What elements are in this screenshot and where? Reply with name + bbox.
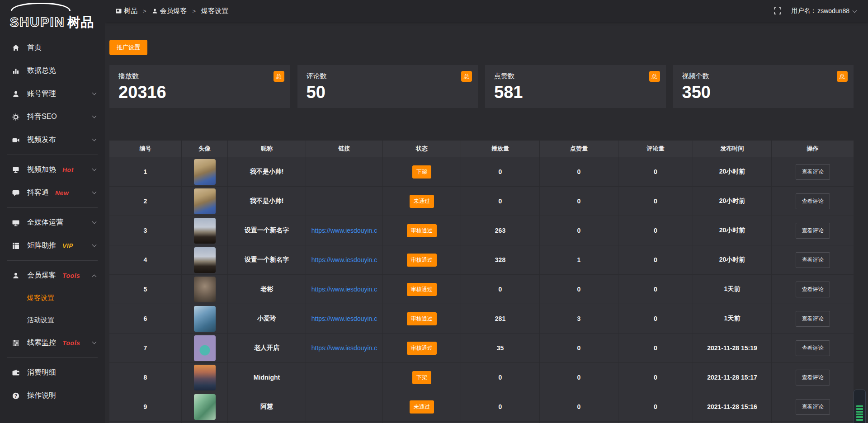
view-comments-button[interactable]: 查看评论 bbox=[796, 193, 830, 209]
avatar bbox=[194, 188, 216, 214]
avatar bbox=[194, 306, 216, 332]
indicator-bar bbox=[856, 411, 863, 413]
cell-id: 3 bbox=[109, 216, 182, 245]
cell-likes: 3 bbox=[540, 304, 618, 334]
sidebar-item-member-baoke[interactable]: 会员爆客 Tools bbox=[0, 264, 105, 287]
breadcrumb-separator: > bbox=[193, 8, 196, 14]
cell-id: 1 bbox=[109, 157, 182, 187]
table-row: 3 设置一个新名字 https://www.iesdouyin.c 审核通过 2… bbox=[109, 216, 854, 245]
brand-name-en: SHUPIN bbox=[10, 15, 65, 29]
sidebar-divider bbox=[7, 260, 98, 261]
col-publish-time: 发布时间 bbox=[693, 141, 772, 157]
sidebar-item-omnimedia-operation[interactable]: 全媒体运营 bbox=[0, 211, 105, 234]
sidebar-item-matrix-boost[interactable]: 矩阵助推 VIP bbox=[0, 234, 105, 257]
breadcrumb-item-current: 爆客设置 bbox=[201, 7, 228, 15]
col-likes: 点赞量 bbox=[540, 141, 618, 157]
view-comments-button[interactable]: 查看评论 bbox=[796, 223, 830, 239]
view-comments-button[interactable]: 查看评论 bbox=[796, 370, 830, 385]
fullscreen-icon[interactable] bbox=[774, 7, 781, 14]
view-comments-button[interactable]: 查看评论 bbox=[796, 340, 830, 356]
view-comments-button[interactable]: 查看评论 bbox=[796, 399, 830, 415]
sidebar-item-lead-monitoring[interactable]: 线索监控 Tools bbox=[0, 331, 105, 354]
cell-nickname: 我不是小帅! bbox=[228, 157, 306, 187]
gear-icon bbox=[12, 113, 20, 121]
view-comments-button[interactable]: 查看评论 bbox=[796, 282, 830, 297]
col-plays: 播放量 bbox=[461, 141, 540, 157]
video-link[interactable]: https://www.iesdouyin.c bbox=[311, 344, 377, 352]
cell-likes: 0 bbox=[540, 334, 618, 363]
breadcrumb-item-member-baoke[interactable]: 会员爆客 bbox=[152, 7, 187, 15]
stat-label: 播放数 bbox=[118, 72, 281, 80]
sidebar-item-consumption-details[interactable]: 消费明细 bbox=[0, 361, 105, 384]
cell-plays: 328 bbox=[461, 245, 540, 275]
cell-publish-time: 2021-11-28 15:19 bbox=[693, 334, 772, 363]
avatar bbox=[194, 247, 216, 273]
logo-arc-decoration bbox=[11, 3, 71, 11]
user-icon bbox=[12, 272, 20, 280]
chat-bubble-icon bbox=[12, 189, 20, 197]
promotion-settings-button[interactable]: 推广设置 bbox=[109, 40, 147, 55]
total-badge: 总 bbox=[461, 71, 472, 82]
video-link[interactable]: https://www.iesdouyin.c bbox=[311, 227, 377, 234]
stat-value: 581 bbox=[494, 84, 657, 101]
floating-indicator-widget[interactable] bbox=[854, 390, 866, 423]
status-badge: 未通过 bbox=[410, 195, 434, 208]
total-badge: 总 bbox=[274, 71, 284, 82]
bar-chart-icon bbox=[12, 67, 20, 75]
view-comments-button[interactable]: 查看评论 bbox=[796, 311, 830, 327]
video-link[interactable]: https://www.iesdouyin.c bbox=[311, 256, 377, 263]
main-content: 推广设置 播放数 20316 总 评论数 50 总 点赞数 581 总 视频个数… bbox=[105, 22, 868, 423]
breadcrumb-separator: > bbox=[143, 8, 146, 14]
sidebar-item-douyin-seo[interactable]: 抖音SEO bbox=[0, 105, 105, 128]
breadcrumb: 树品 > 会员爆客 > 爆客设置 bbox=[116, 7, 228, 15]
sidebar-subitem-label: 爆客设置 bbox=[27, 294, 54, 302]
sidebar-item-operation-guide[interactable]: ? 操作说明 bbox=[0, 384, 105, 407]
sidebar-subitem-baoke-settings[interactable]: 爆客设置 bbox=[0, 287, 105, 309]
user-menu[interactable]: 用户名：zswodun88 bbox=[791, 7, 856, 15]
hot-tag: Hot bbox=[62, 166, 74, 174]
cell-id: 6 bbox=[109, 304, 182, 334]
help-icon: ? bbox=[12, 392, 20, 400]
sidebar-item-douketong[interactable]: 抖客通 New bbox=[0, 181, 105, 204]
view-comments-button[interactable]: 查看评论 bbox=[796, 164, 830, 180]
cell-plays: 0 bbox=[461, 157, 540, 187]
cell-plays: 0 bbox=[461, 392, 540, 422]
sidebar-item-home[interactable]: 首页 bbox=[0, 36, 105, 59]
breadcrumb-item-root[interactable]: 树品 bbox=[116, 7, 137, 15]
sidebar-item-video-heat[interactable]: 视频加热 Hot bbox=[0, 158, 105, 181]
cell-comments: 0 bbox=[618, 216, 693, 245]
sidebar-item-data-overview[interactable]: 数据总览 bbox=[0, 59, 105, 82]
brand-logo: SHUPIN树品 bbox=[0, 0, 105, 33]
cell-likes: 0 bbox=[540, 187, 618, 216]
cell-nickname: 设置一个新名字 bbox=[228, 216, 306, 245]
table-row: 7 老人开店 https://www.iesdouyin.c 审核通过 35 0… bbox=[109, 334, 854, 363]
cell-publish-time: 20小时前 bbox=[693, 245, 772, 275]
sidebar-item-video-publish[interactable]: 视频发布 bbox=[0, 128, 105, 151]
brand-name-cn: 树品 bbox=[67, 15, 94, 29]
indicator-bar bbox=[856, 414, 863, 415]
status-badge: 审核通过 bbox=[407, 312, 437, 325]
sidebar-item-label: 首页 bbox=[27, 43, 42, 52]
col-status: 状态 bbox=[383, 141, 461, 157]
new-tag: New bbox=[55, 189, 69, 197]
status-badge: 审核通过 bbox=[407, 283, 437, 296]
app-icon bbox=[116, 8, 122, 14]
stat-label: 点赞数 bbox=[494, 72, 657, 80]
home-icon bbox=[12, 44, 20, 52]
view-comments-button[interactable]: 查看评论 bbox=[796, 252, 830, 268]
cell-comments: 0 bbox=[618, 157, 693, 187]
col-link: 链接 bbox=[306, 141, 383, 157]
stat-label: 评论数 bbox=[307, 72, 469, 80]
video-link[interactable]: https://www.iesdouyin.c bbox=[311, 286, 377, 293]
stat-label: 视频个数 bbox=[682, 72, 845, 80]
sidebar-subitem-activity-settings[interactable]: 活动设置 bbox=[0, 309, 105, 331]
table-row: 6 小爱玲 https://www.iesdouyin.c 审核通过 281 3… bbox=[109, 304, 854, 334]
status-badge: 审核通过 bbox=[407, 224, 437, 237]
sidebar-item-account-management[interactable]: 账号管理 bbox=[0, 82, 105, 105]
sidebar-item-label: 全媒体运营 bbox=[27, 218, 63, 227]
video-link[interactable]: https://www.iesdouyin.c bbox=[311, 315, 377, 322]
col-avatar: 头像 bbox=[182, 141, 228, 157]
status-badge: 审核通过 bbox=[407, 254, 437, 267]
cell-comments: 0 bbox=[618, 245, 693, 275]
table-header: 编号 头像 昵称 链接 状态 播放量 点赞量 评论量 发布时间 操作 bbox=[109, 141, 854, 157]
